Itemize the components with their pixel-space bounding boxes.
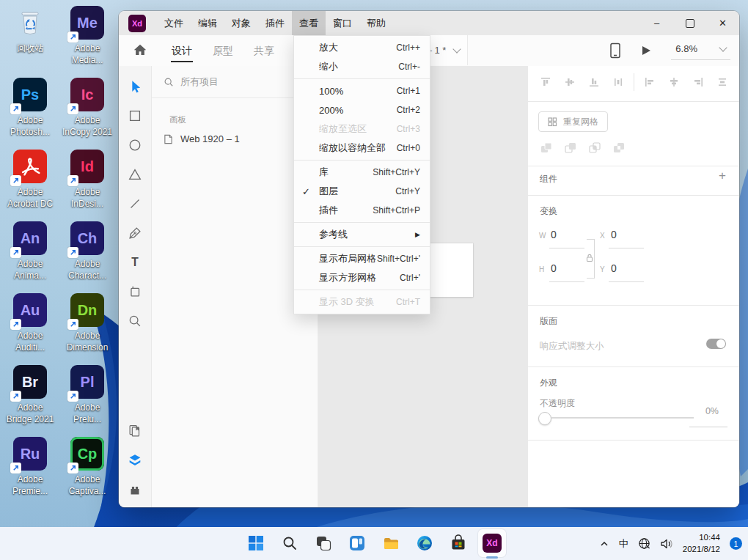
- desktop-icon-photoshop[interactable]: Ps Adobe Photosh...: [1, 78, 59, 150]
- distribute-vertical-icon[interactable]: [716, 76, 728, 88]
- width-field-value[interactable]: 0: [551, 229, 557, 240]
- file-explorer-button[interactable]: [377, 529, 405, 557]
- adobe-xd-taskbar-button[interactable]: Xd: [478, 529, 506, 557]
- distribute-horizontal-icon[interactable]: [612, 76, 624, 88]
- menu-edit[interactable]: 编辑: [191, 11, 224, 35]
- align-right-icon[interactable]: [692, 76, 704, 88]
- opacity-slider-track[interactable]: [551, 417, 694, 419]
- edge-button[interactable]: [411, 529, 439, 557]
- desktop-icon-acrobat[interactable]: Adobe Acrobat DC: [1, 150, 59, 221]
- animate-icon: An: [13, 221, 47, 255]
- boolean-add-icon[interactable]: [540, 141, 553, 155]
- responsive-resize-toggle[interactable]: [706, 339, 726, 349]
- menu-item-show-square-grid[interactable]: 显示方形网格Ctrl+': [294, 268, 430, 287]
- desktop-icon-premiere-rush[interactable]: Ru Adobe Premie...: [1, 437, 59, 509]
- width-field-underline: [549, 248, 584, 248]
- microsoft-store-button[interactable]: [444, 529, 472, 557]
- menu-item-zoom-out[interactable]: 缩小Ctrl+-: [294, 57, 430, 76]
- widgets-button[interactable]: [343, 529, 371, 557]
- volume-icon[interactable]: [660, 538, 673, 550]
- repeat-grid-button[interactable]: 重复网格: [538, 111, 608, 132]
- close-button[interactable]: ✕: [706, 11, 739, 35]
- align-left-icon[interactable]: [644, 76, 656, 88]
- opacity-value[interactable]: 0%: [705, 406, 719, 416]
- y-field-label: Y: [600, 265, 605, 273]
- tray-chevron-up-icon[interactable]: [599, 539, 609, 549]
- text-tool-icon[interactable]: T: [126, 254, 144, 271]
- menu-item-libraries[interactable]: 库Shift+Ctrl+Y: [294, 163, 430, 182]
- boolean-intersect-icon[interactable]: [588, 141, 601, 155]
- menu-file[interactable]: 文件: [157, 11, 191, 35]
- desktop-icon-audition[interactable]: Au Adobe Auditi...: [1, 293, 59, 365]
- plugins-icon[interactable]: [126, 481, 144, 498]
- ime-indicator[interactable]: 中: [619, 537, 628, 550]
- desktop-icon-media-encoder[interactable]: Me Adobe Media...: [59, 6, 116, 78]
- polygon-tool-icon[interactable]: [126, 166, 144, 183]
- desktop-icon-captivate[interactable]: Cp Adobe Captiva...: [59, 437, 116, 509]
- task-view-button[interactable]: [309, 529, 337, 557]
- desktop-icon-prelude[interactable]: Pl Adobe Prelu...: [59, 365, 116, 437]
- lock-aspect-icon[interactable]: [585, 251, 594, 265]
- tab-design[interactable]: 设计: [161, 35, 202, 66]
- tab-prototype[interactable]: 原型: [202, 35, 243, 66]
- menu-item-plugins[interactable]: 插件Shift+Ctrl+P: [294, 201, 430, 220]
- menu-item-100[interactable]: 100%Ctrl+1: [294, 81, 430, 100]
- zoom-tool-icon[interactable]: [126, 312, 144, 330]
- desktop-icon-incopy[interactable]: Ic Adobe InCopy 2021: [59, 78, 116, 150]
- opacity-slider-knob[interactable]: [538, 412, 551, 425]
- tab-share[interactable]: 共享: [243, 35, 285, 66]
- minimize-button[interactable]: –: [640, 11, 673, 35]
- menu-item-200[interactable]: 200%Ctrl+2: [294, 100, 430, 119]
- line-tool-icon[interactable]: [126, 195, 144, 213]
- desktop-icon-character-animator[interactable]: Ch Adobe Charact...: [59, 221, 116, 293]
- artboard-tool-icon[interactable]: [126, 283, 144, 301]
- select-tool-icon[interactable]: [126, 78, 144, 95]
- desktop-preview-play-icon[interactable]: [640, 45, 652, 56]
- boolean-subtract-icon[interactable]: [564, 141, 577, 155]
- notification-badge[interactable]: 1: [730, 537, 742, 550]
- shortcut-arrow-icon: [10, 319, 21, 330]
- home-icon[interactable]: [132, 42, 148, 58]
- menu-object[interactable]: 对象: [224, 11, 258, 35]
- menu-window[interactable]: 窗口: [326, 11, 359, 35]
- height-field-value[interactable]: 0: [551, 262, 557, 274]
- desktop-icon-animate[interactable]: An Adobe Anima...: [1, 221, 59, 293]
- menu-view[interactable]: 查看: [292, 11, 326, 35]
- menu-item-zoom-to-fit[interactable]: 缩放以容纳全部Ctrl+0: [294, 139, 430, 158]
- desktop-icon-recycle-bin[interactable]: 回收站: [1, 6, 59, 78]
- recycle-bin-icon: [13, 6, 47, 40]
- start-button[interactable]: [242, 529, 270, 557]
- x-field-value[interactable]: 0: [611, 229, 617, 240]
- align-vertical-center-icon[interactable]: [564, 76, 576, 88]
- maximize-icon: [686, 19, 694, 28]
- layers-icon[interactable]: [126, 452, 144, 469]
- menu-item-zoom-in[interactable]: 放大Ctrl++: [294, 38, 430, 57]
- align-bottom-icon[interactable]: [588, 76, 600, 88]
- boolean-exclude-icon[interactable]: [612, 141, 626, 155]
- pen-tool-icon[interactable]: [126, 224, 144, 242]
- menu-item-guides[interactable]: 参考线▶: [294, 225, 430, 244]
- rectangle-tool-icon[interactable]: [126, 107, 144, 125]
- network-globe-icon[interactable]: [638, 537, 650, 550]
- desktop-icon-dimension[interactable]: Dn Adobe Dimension: [59, 293, 116, 365]
- menu-item-show-layout-grid[interactable]: 显示布局网格Shift+Ctrl+': [294, 249, 430, 268]
- desktop-icon-label: 回收站: [17, 43, 43, 55]
- desktop-icon-indesign[interactable]: Id Adobe InDesi...: [59, 150, 116, 221]
- taskbar-clock[interactable]: 10:44 2021/8/12: [683, 532, 720, 555]
- captivate-icon: Cp: [70, 437, 104, 471]
- bridge-icon: Br: [13, 365, 47, 399]
- mobile-preview-icon[interactable]: [609, 43, 621, 59]
- add-component-icon[interactable]: +: [719, 169, 726, 182]
- desktop-icon-bridge[interactable]: Br Adobe Bridge 2021: [1, 365, 59, 437]
- y-field-value[interactable]: 0: [611, 262, 617, 274]
- menu-help[interactable]: 帮助: [359, 11, 393, 35]
- menu-item-layers[interactable]: ✓ 图层Ctrl+Y: [294, 182, 430, 201]
- libraries-icon[interactable]: [126, 422, 144, 440]
- align-horizontal-center-icon[interactable]: [668, 76, 680, 88]
- maximize-button[interactable]: [673, 11, 706, 35]
- search-button[interactable]: [276, 529, 304, 557]
- zoom-level-control[interactable]: 6.8%: [671, 41, 730, 60]
- align-top-icon[interactable]: [540, 76, 551, 88]
- ellipse-tool-icon[interactable]: [126, 136, 144, 154]
- menu-plugins[interactable]: 插件: [258, 11, 292, 35]
